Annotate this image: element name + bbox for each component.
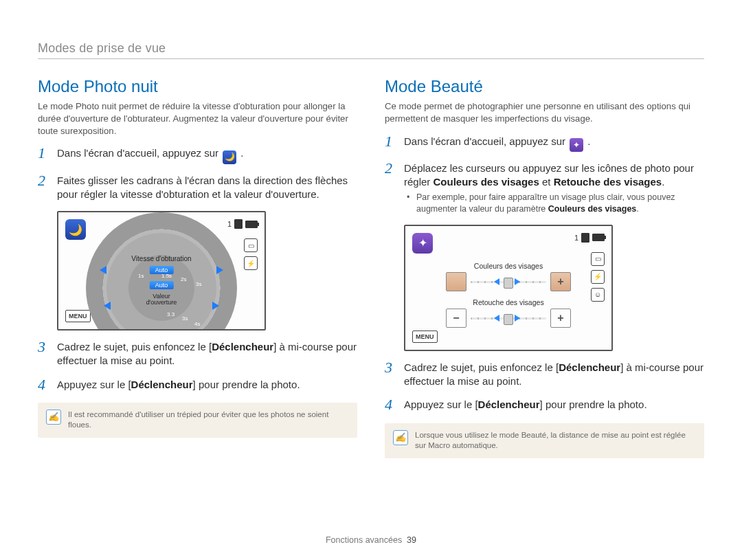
info-icon: ✍ [393,430,408,445]
column-left: Mode Photo nuit Le mode Photo nuit perme… [38,77,357,458]
tick: 1s [138,273,144,279]
arrow-right-icon [216,266,223,274]
night-mode-icon: 🌙 [223,150,236,164]
steps-night-cont: 3 Cadrez le sujet, puis enfoncez le [Déc… [38,340,357,393]
step-1: 1 Dans l'écran d'accueil, appuyez sur 🌙 … [38,146,357,164]
face-detect-icon: ☺ [591,288,605,302]
step-number: 1 [38,145,50,161]
step-text: Déplacez les curseurs ou appuyez sur les… [404,161,704,215]
shots-remaining: 1 [574,234,578,242]
arrow-right-icon [515,278,520,285]
intro-beauty: Ce mode permet de photographier une pers… [385,100,704,125]
thumb-face-dark[interactable] [446,272,466,291]
tick: 1.5s [161,273,172,279]
side-icon-column: ▭ ⚡ ☺ [591,252,605,302]
step-text: Dans l'écran d'accueil, appuyez sur 🌙 . [57,146,244,164]
slider-face-color[interactable] [471,278,546,286]
shutter-speed-label: Vitesse d'obturation [131,255,191,262]
text: Dans l'écran d'accueil, appuyez sur [57,147,221,159]
step-text: Appuyez sur le [Déclencheur] pour prendr… [57,378,300,392]
arrow-right-icon [515,315,520,322]
step-text: Cadrez le sujet, puis enfoncez le [Décle… [57,340,357,368]
beauty-mode-icon: ✦ [412,233,433,254]
beauty-sliders: Couleurs des visages + Retouche des [433,262,584,335]
tick: 3.3 [167,311,175,317]
arrow-left-icon [100,266,106,274]
step-number: 3 [385,359,397,376]
tick: 2s [181,276,186,282]
step-number: 2 [385,160,397,177]
step-text: Faites glisser les cadrans à l'écran dan… [57,174,357,202]
text: . [240,147,243,159]
two-column-layout: Mode Photo nuit Le mode Photo nuit perme… [38,77,704,458]
slider-knob[interactable] [504,314,513,325]
thumb-face-light[interactable]: + [550,272,571,291]
heading-night-mode: Mode Photo nuit [38,77,357,96]
dial-clip: Vitesse d'obturation Auto Auto Valeurd'o… [58,212,265,329]
step-2: 2 Faites glisser les cadrans à l'écran d… [38,174,357,202]
thumb-minus[interactable]: − [446,309,466,328]
aperture-auto-pill[interactable]: Auto [150,281,174,289]
intro-night: Le mode Photo nuit permet de réduire la … [38,100,357,137]
step-number: 2 [38,172,50,189]
arrow-left-icon [494,278,499,285]
battery-icon [592,234,605,241]
step-4: 4 Appuyez sur le [Déclencheur] pour pren… [385,398,704,413]
arrow-right-icon [212,302,219,310]
step-number: 4 [38,377,50,393]
slider-label-face-color: Couleurs des visages [433,262,584,270]
arrow-left-icon [494,315,499,322]
column-right: Mode Beauté Ce mode permet de photograph… [385,77,704,458]
status-bar: 1 [574,233,605,243]
steps-beauty: 1 Dans l'écran d'accueil, appuyez sur ✦ … [385,135,704,215]
info-icon: ✍ [46,410,61,425]
step-2: 2 Déplacez les curseurs ou appuyez sur l… [385,161,704,215]
slider-label-retouch: Retouche des visages [433,298,584,306]
note-text: Il est recommandé d'utiliser un trépied … [68,410,349,431]
step-4: 4 Appuyez sur le [Déclencheur] pour pren… [38,378,357,393]
step-text: Appuyez sur le [Déclencheur] pour prendr… [404,398,647,412]
resolution-icon: ▭ [591,252,605,266]
tick: 4s [194,321,200,327]
step-text: Cadrez le sujet, puis enfoncez le [Décle… [404,361,704,389]
beauty-mode-icon: ✦ [570,138,583,152]
thumb-plus[interactable]: + [550,309,571,328]
page-number: 39 [407,535,416,545]
step-3: 3 Cadrez le sujet, puis enfoncez le [Déc… [385,361,704,389]
camera-screen-beauty: ✦ 1 ▭ ⚡ ☺ MENU Couleurs des visages [404,225,613,351]
slider-row-retouch: − + [433,309,584,328]
arrow-left-icon [104,302,111,310]
step-3: 3 Cadrez le sujet, puis enfoncez le [Déc… [38,340,357,368]
slider-row-face-color: + [433,272,584,291]
step-number: 3 [38,339,50,355]
slider-retouch[interactable] [471,314,546,322]
section-label: Modes de prise de vue [38,41,704,56]
step-number: 4 [385,396,397,413]
note-text: Lorsque vous utilisez le mode Beauté, la… [415,430,696,451]
note-box: ✍ Il est recommandé d'utiliser un trépie… [38,403,357,438]
divider [38,58,704,59]
tick: 3s [182,315,188,322]
aperture-label: Valeurd'ouverture [146,293,177,306]
slider-knob[interactable] [504,278,513,289]
sub-bullet: • Par exemple, pour faire apparaître un … [404,192,704,215]
note-box: ✍ Lorsque vous utilisez le mode Beauté, … [385,423,704,458]
steps-night: 1 Dans l'écran d'accueil, appuyez sur 🌙 … [38,146,357,201]
step-1: 1 Dans l'écran d'accueil, appuyez sur ✦ … [385,135,704,152]
manual-page: Modes de prise de vue Mode Photo nuit Le… [0,0,742,560]
tick: 3s [196,281,201,287]
step-number: 1 [385,133,397,150]
page-footer: Fonctions avancées 39 [0,535,742,545]
steps-beauty-cont: 3 Cadrez le sujet, puis enfoncez le [Déc… [385,361,704,414]
heading-beauty-mode: Mode Beauté [385,77,704,96]
flash-icon: ⚡ [591,270,605,284]
camera-screen-night: 🌙 1 ▭ ⚡ MENU [57,211,266,331]
memory-card-icon [581,233,589,243]
step-text: Dans l'écran d'accueil, appuyez sur ✦ . [404,135,591,152]
footer-label: Fonctions avancées [326,535,402,545]
